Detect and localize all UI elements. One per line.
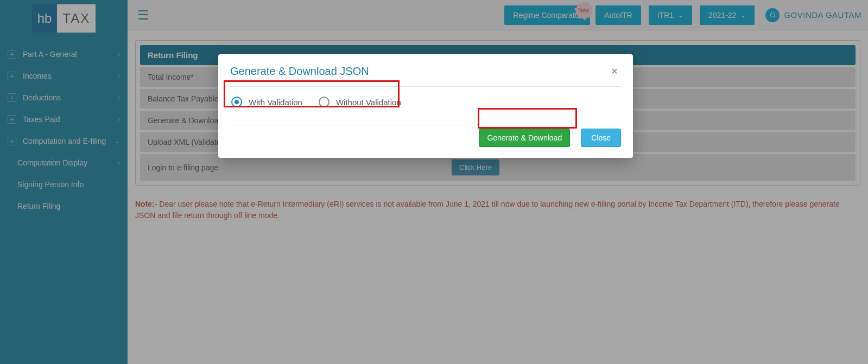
modal-title: Generate & Download JSON: [230, 65, 369, 78]
radio-with-validation[interactable]: With Validation: [231, 97, 302, 107]
radio-label: With Validation: [249, 98, 302, 107]
close-icon[interactable]: ×: [608, 64, 621, 79]
radio-icon: [319, 97, 330, 107]
radio-label: Without Validation: [336, 98, 401, 107]
validation-radio-group: With Validation Without Validation: [230, 87, 621, 117]
generate-download-button[interactable]: Generate & Download: [479, 129, 570, 147]
radio-without-validation[interactable]: Without Validation: [319, 97, 401, 107]
radio-icon: [231, 97, 242, 107]
generate-json-modal: Generate & Download JSON × With Validati…: [218, 54, 633, 158]
close-button[interactable]: Close: [581, 129, 621, 147]
